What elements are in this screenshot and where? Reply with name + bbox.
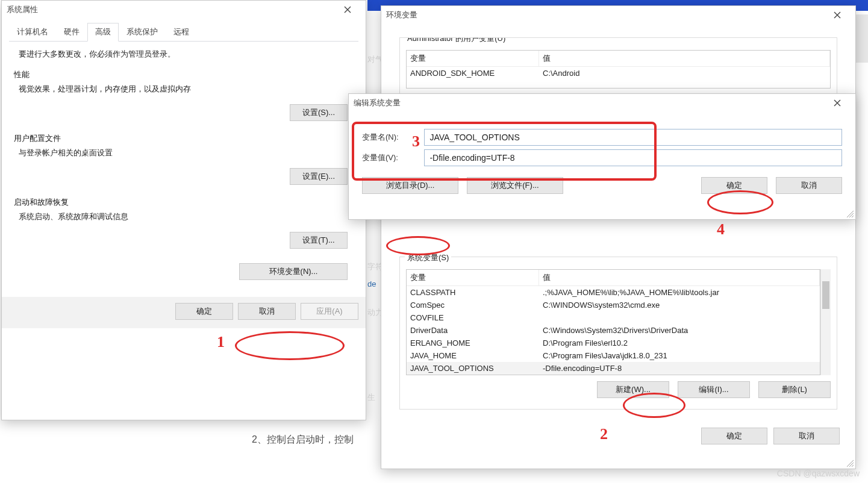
cancel-button[interactable]: 取消 [238, 303, 296, 320]
startup-desc: 系统启动、系统故障和调试信息 [19, 211, 358, 222]
sysvar-new-button[interactable]: 新建(W)... [597, 381, 669, 398]
sys-vars-col-val[interactable]: 值 [539, 270, 820, 285]
var-value-label: 变量值(V): [362, 152, 419, 163]
sys-vars-col-var[interactable]: 变量 [407, 270, 539, 285]
table-row[interactable]: COVFILE [407, 311, 820, 324]
browse-file-button[interactable]: 浏览文件(F)... [467, 177, 563, 194]
tab-remote[interactable]: 远程 [166, 23, 197, 42]
envvars-title: 环境变量 [386, 10, 417, 20]
var-name-input[interactable] [424, 129, 842, 146]
user-vars-col-val[interactable]: 值 [539, 51, 830, 66]
system-properties-dialog: 系统属性 计算机名 硬件 高级 系统保护 远程 要进行大多数更改，你必须作为管理… [1, 0, 366, 420]
edit-variable-dialog: 编辑系统变量 变量名(N): 变量值(V): 浏览目录(D)... 浏览文件(F… [348, 93, 856, 220]
user-profiles-settings-button[interactable]: 设置(E)... [290, 168, 348, 185]
tab-hardware[interactable]: 硬件 [56, 23, 87, 42]
user-vars-group-label: Administrator 的用户变量(U) [405, 37, 508, 44]
sysvar-edit-button[interactable]: 编辑(I)... [678, 381, 750, 398]
resize-grip-icon[interactable] [845, 208, 854, 218]
window-title: 系统属性 [7, 4, 38, 15]
sysvar-delete-button[interactable]: 删除(L) [758, 381, 831, 398]
editvar-title: 编辑系统变量 [354, 98, 401, 108]
tab-system-protection[interactable]: 系统保护 [119, 23, 166, 42]
tabs: 计算机名 硬件 高级 系统保护 远程 [9, 22, 358, 42]
bg-text-3: de [367, 279, 376, 288]
close-icon [834, 99, 841, 107]
close-button[interactable] [333, 1, 362, 19]
table-row[interactable]: ERLANG_HOMED:\Program Files\erl10.2 [407, 337, 820, 349]
editvar-ok-button[interactable]: 确定 [701, 177, 767, 194]
performance-desc: 视觉效果，处理器计划，内存使用，以及虚拟内存 [19, 84, 358, 95]
user-vars-col-var[interactable]: 变量 [407, 51, 539, 66]
resize-grip-icon[interactable] [845, 458, 854, 467]
page-footer-text: 2、控制台启动时，控制 [252, 434, 354, 446]
sys-vars-group-label: 系统变量(S) [405, 252, 451, 263]
titlebar-sysprops: 系统属性 [2, 1, 366, 19]
envvars-close-button[interactable] [823, 6, 852, 24]
svg-line-10 [849, 213, 854, 217]
close-icon [834, 11, 841, 19]
user-var-val: C:\Android [539, 67, 830, 79]
svg-line-6 [852, 465, 854, 467]
titlebar-editvar: 编辑系统变量 [349, 94, 855, 112]
user-var-name: ANDROID_SDK_HOME [407, 67, 539, 79]
table-row[interactable]: JAVA_HOMEC:\Program Files\Java\jdk1.8.0_… [407, 349, 820, 362]
environment-variables-button[interactable]: 环境变量(N)... [239, 263, 348, 280]
performance-title: 性能 [14, 69, 358, 80]
sysprops-footer: 确定 取消 应用(A) [2, 297, 366, 328]
var-value-input[interactable] [424, 149, 842, 166]
table-row[interactable]: DriverDataC:\Windows\System32\Drivers\Dr… [407, 324, 820, 337]
background-sidebar [855, 14, 868, 63]
user-profiles-title: 用户配置文件 [14, 133, 358, 144]
admin-note: 要进行大多数更改，你必须作为管理员登录。 [19, 49, 358, 60]
titlebar-envvars: 环境变量 [381, 6, 855, 24]
startup-title: 启动和故障恢复 [14, 197, 358, 208]
tab-advanced[interactable]: 高级 [87, 23, 119, 42]
watermark: CSDN @qazwsxcdew [777, 469, 860, 478]
table-row[interactable]: ComSpecC:\WINDOWS\system32\cmd.exe [407, 299, 820, 311]
close-icon [344, 6, 351, 13]
envvars-ok-button[interactable]: 确定 [701, 428, 767, 444]
var-name-label: 变量名(N): [362, 132, 419, 143]
startup-settings-button[interactable]: 设置(T)... [290, 232, 348, 249]
envvars-cancel-button[interactable]: 取消 [773, 428, 840, 444]
svg-line-11 [852, 216, 854, 217]
sysvars-scrollbar[interactable] [820, 269, 831, 375]
user-var-row[interactable]: ANDROID_SDK_HOME C:\Android [407, 67, 830, 79]
browse-dir-button[interactable]: 浏览目录(D)... [362, 177, 458, 194]
table-row[interactable]: CLASSPATH.;%JAVA_HOME%\lib;%JAVA_HOME%\l… [407, 286, 820, 299]
editvar-cancel-button[interactable]: 取消 [776, 177, 842, 194]
env-vars-dialog: 环境变量 Administrator 的用户变量(U) 变量 值 ANDROID… [381, 5, 856, 469]
apply-button[interactable]: 应用(A) [301, 303, 358, 320]
svg-line-5 [849, 463, 854, 467]
bg-text-5: 生 [367, 392, 375, 403]
user-profiles-desc: 与登录帐户相关的桌面设置 [19, 148, 358, 158]
tab-computer-name[interactable]: 计算机名 [9, 23, 56, 42]
table-row-selected[interactable]: JAVA_TOOL_OPTIONS-Dfile.encoding=UTF-8 [407, 362, 820, 375]
performance-settings-button[interactable]: 设置(S)... [290, 104, 348, 121]
editvar-close-button[interactable] [823, 94, 852, 112]
scrollbar-thumb[interactable] [822, 281, 829, 309]
ok-button[interactable]: 确定 [175, 303, 233, 320]
